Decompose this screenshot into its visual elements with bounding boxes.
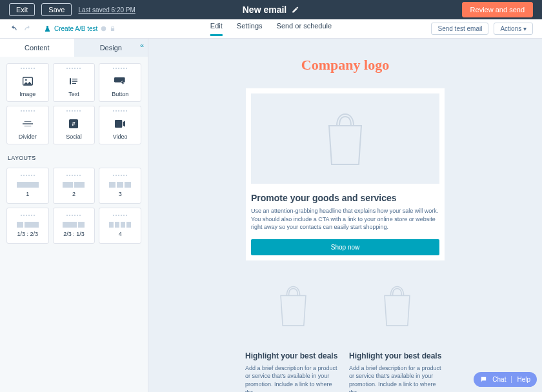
top-bar: Exit Save Last saved 6:20 PM New email R… (0, 0, 542, 19)
tab-settings[interactable]: Settings (237, 22, 263, 36)
chat-icon (480, 376, 487, 383)
col2-body[interactable]: Add a brief description for a product or… (349, 364, 445, 392)
shopping-bag-icon (323, 110, 368, 168)
content-tile-image[interactable]: Image (6, 63, 49, 102)
svg-rect-5 (24, 121, 31, 122)
col2-heading[interactable]: Highlight your best deals (349, 351, 445, 360)
text-icon (68, 75, 79, 87)
hero-heading[interactable]: Promote your goods and services (251, 193, 439, 203)
layout-3[interactable]: 3 (99, 168, 141, 204)
shopping-bag-icon (276, 283, 311, 328)
undo-icon[interactable] (9, 24, 18, 34)
tab-edit[interactable]: Edit (210, 22, 223, 36)
col1-heading[interactable]: Highlight your best deals (245, 351, 341, 360)
chat-label: Chat (492, 376, 506, 383)
button-icon (114, 75, 126, 87)
sub-bar: Create A/B test Edit Settings Send or sc… (0, 19, 542, 39)
hero-image-placeholder[interactable] (251, 93, 439, 184)
content-tile-button[interactable]: Button (99, 63, 141, 102)
ab-test-label: Create A/B test (54, 25, 97, 32)
svg-text:#: # (72, 121, 76, 127)
help-label: Help (517, 376, 530, 383)
redo-icon[interactable] (23, 24, 32, 34)
sidebar-tab-design[interactable]: Design (74, 39, 148, 57)
deal-column-2[interactable] (349, 269, 445, 342)
page-title: New email (243, 5, 286, 15)
layouts-heading: LAYOUTS (0, 151, 148, 161)
hero-section[interactable]: Promote your goods and services Use an a… (245, 88, 445, 261)
svg-rect-4 (23, 123, 33, 124)
tab-send-schedule[interactable]: Send or schedule (277, 22, 332, 36)
edit-title-icon[interactable] (292, 6, 299, 14)
review-send-button[interactable]: Review and send (462, 2, 533, 17)
sidebar-tab-content[interactable]: Content (0, 39, 74, 57)
svg-rect-6 (24, 126, 31, 126)
content-tile-text[interactable]: Text (53, 63, 95, 102)
layout-2-3-1-3[interactable]: 2/3 : 1/3 (53, 208, 95, 244)
layout-1[interactable]: 1 (6, 168, 49, 204)
layout-4[interactable]: 4 (99, 208, 141, 244)
col1-image-placeholder[interactable] (246, 270, 341, 342)
col1-body[interactable]: Add a brief description for a product or… (245, 364, 341, 392)
layout-2[interactable]: 2 (53, 168, 95, 204)
deal-column-1[interactable] (245, 269, 341, 342)
collapse-sidebar-icon[interactable]: « (140, 41, 144, 49)
sidebar: « Content Design Image Text Button (0, 39, 148, 392)
social-icon: # (69, 118, 78, 130)
image-icon (23, 75, 33, 87)
col2-image-placeholder[interactable] (350, 270, 445, 342)
svg-point-0 (101, 26, 106, 32)
shop-now-button[interactable]: Shop now (251, 239, 439, 255)
svg-point-2 (25, 79, 27, 81)
svg-rect-9 (115, 120, 122, 128)
layout-1-3-2-3[interactable]: 1/3 : 2/3 (6, 208, 49, 244)
divider-icon (23, 118, 33, 130)
last-saved-link[interactable]: Last saved 6:20 PM (78, 6, 135, 14)
email-canvas[interactable]: Company logo Promote your goods and serv… (148, 39, 542, 392)
svg-rect-3 (114, 77, 125, 83)
content-tile-video[interactable]: Video (99, 106, 141, 144)
shopping-bag-icon (379, 283, 415, 328)
hero-body[interactable]: Use an attention-grabbing headline that … (251, 207, 439, 231)
send-test-email-button[interactable]: Send test email (431, 23, 488, 35)
actions-dropdown[interactable]: Actions ▾ (494, 23, 533, 35)
chat-help-widget[interactable]: Chat Help (474, 372, 537, 387)
save-button[interactable]: Save (41, 3, 72, 16)
content-tile-social[interactable]: # Social (53, 106, 95, 144)
info-icon[interactable] (101, 26, 106, 32)
company-logo[interactable]: Company logo (245, 52, 445, 88)
create-ab-test-link[interactable]: Create A/B test (44, 25, 115, 32)
lock-icon (110, 26, 115, 32)
video-icon (115, 118, 125, 130)
content-tile-divider[interactable]: Divider (6, 106, 49, 144)
exit-button[interactable]: Exit (9, 3, 35, 16)
